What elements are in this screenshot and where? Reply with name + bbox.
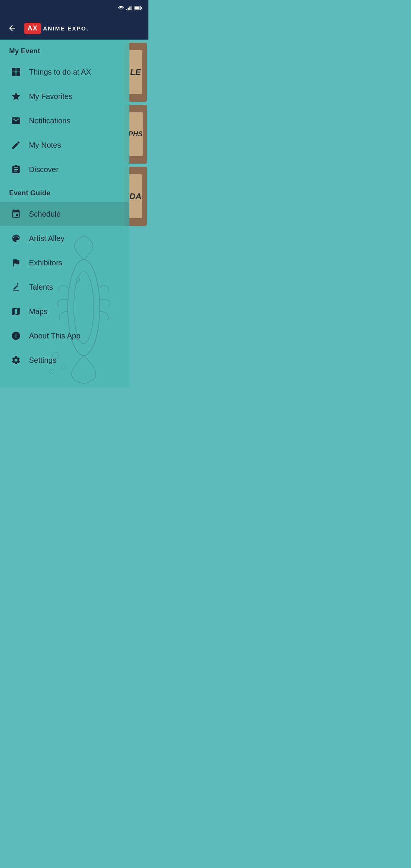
svg-rect-15 xyxy=(16,68,20,72)
sidebar-item-schedule[interactable]: Schedule xyxy=(0,202,129,226)
clipboard-icon xyxy=(9,163,23,176)
star-icon xyxy=(9,89,23,103)
sidebar-item-settings[interactable]: Settings xyxy=(0,348,129,372)
maps-label: Maps xyxy=(29,307,48,316)
gear-icon xyxy=(9,353,23,367)
calendar-icon xyxy=(9,207,23,221)
grid-icon xyxy=(9,65,23,79)
sidebar-item-talents[interactable]: Talents xyxy=(0,275,129,299)
things-to-do-label: Things to do at AX xyxy=(29,68,91,77)
svg-rect-3 xyxy=(129,6,131,10)
settings-label: Settings xyxy=(29,356,56,365)
svg-rect-7 xyxy=(141,7,142,9)
sidebar-item-notifications[interactable]: Notifications xyxy=(0,108,129,133)
wifi-icon xyxy=(118,6,124,11)
sidebar-item-exhibitors[interactable]: Exhibitors xyxy=(0,251,129,275)
svg-rect-17 xyxy=(16,72,20,76)
status-icons xyxy=(118,6,142,11)
svg-point-0 xyxy=(121,9,122,10)
logo-container: AX ANIME EXPO. xyxy=(24,23,89,34)
section-my-event: My Event xyxy=(0,40,129,60)
flag-icon xyxy=(9,256,23,270)
logo-ax: AX xyxy=(24,23,41,34)
pencil-icon xyxy=(9,138,23,152)
sidebar-item-about[interactable]: About This App xyxy=(0,324,129,348)
about-label: About This App xyxy=(29,332,80,340)
artist-alley-label: Artist Alley xyxy=(29,234,64,243)
discover-label: Discover xyxy=(29,165,59,174)
my-notes-label: My Notes xyxy=(29,141,61,150)
my-favorites-label: My Favorites xyxy=(29,92,72,101)
svg-rect-2 xyxy=(128,8,129,10)
palette-icon xyxy=(9,231,23,245)
sidebar-item-artist-alley[interactable]: Artist Alley xyxy=(0,226,129,251)
pen-icon xyxy=(9,280,23,294)
sidebar-item-maps[interactable]: Maps xyxy=(0,299,129,324)
sidebar-item-my-favorites[interactable]: My Favorites xyxy=(0,84,129,108)
svg-rect-4 xyxy=(131,6,132,10)
header: AX ANIME EXPO. xyxy=(0,17,148,40)
info-icon xyxy=(9,329,23,343)
signal-icon xyxy=(126,6,132,11)
battery-icon xyxy=(134,6,142,11)
status-bar xyxy=(0,0,148,17)
notifications-label: Notifications xyxy=(29,116,70,125)
svg-rect-1 xyxy=(126,9,127,10)
exhibitors-label: Exhibitors xyxy=(29,258,62,267)
drawer: My Event Things to do at AX My Favorites xyxy=(0,40,129,388)
mail-icon xyxy=(9,114,23,128)
back-button[interactable] xyxy=(6,22,18,34)
map-icon xyxy=(9,305,23,318)
svg-rect-16 xyxy=(12,72,16,76)
talents-label: Talents xyxy=(29,283,53,292)
logo-text: ANIME EXPO. xyxy=(43,25,89,32)
schedule-label: Schedule xyxy=(29,210,61,219)
sidebar-item-discover[interactable]: Discover xyxy=(0,157,129,182)
svg-rect-6 xyxy=(135,6,140,9)
svg-rect-14 xyxy=(12,68,16,72)
sidebar-item-my-notes[interactable]: My Notes xyxy=(0,133,129,157)
sidebar-item-things-to-do[interactable]: Things to do at AX xyxy=(0,60,129,84)
section-event-guide: Event Guide xyxy=(0,182,129,202)
